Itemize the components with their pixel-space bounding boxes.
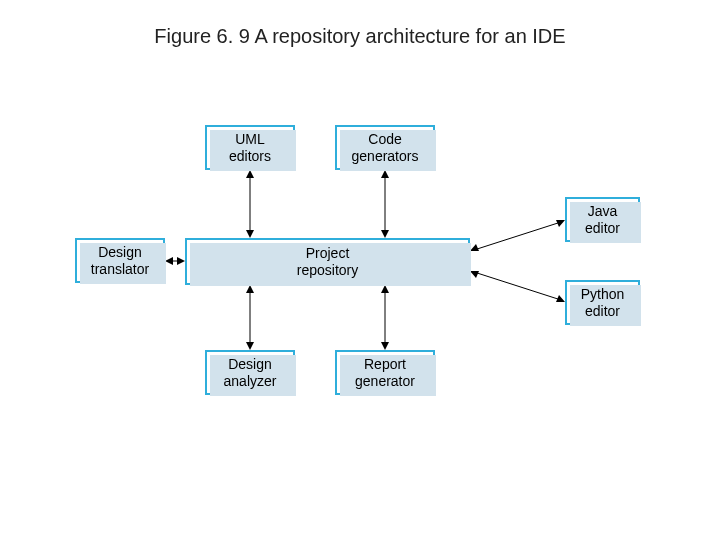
diagram-container: UMLeditors Codegenerators Javaeditor Des… — [75, 125, 665, 405]
box-uml-editors: UMLeditors — [205, 125, 295, 170]
box-design-analyzer: Designanalyzer — [205, 350, 295, 395]
box-java-editor: Javaeditor — [565, 197, 640, 242]
svg-marker-1 — [246, 170, 254, 178]
box-report-generator: Reportgenerator — [335, 350, 435, 395]
svg-line-9 — [474, 222, 561, 250]
box-project-repository: Projectrepository — [185, 238, 470, 285]
svg-marker-20 — [381, 285, 389, 293]
svg-marker-4 — [381, 170, 389, 178]
box-code-generators: Codegenerators — [335, 125, 435, 170]
svg-marker-16 — [246, 342, 254, 350]
svg-marker-5 — [381, 230, 389, 238]
svg-marker-10 — [470, 244, 479, 251]
box-design-translator: Designtranslator — [75, 238, 165, 283]
svg-marker-17 — [246, 285, 254, 293]
svg-marker-7 — [165, 257, 173, 265]
svg-line-12 — [474, 272, 561, 300]
svg-marker-19 — [381, 342, 389, 350]
figure-caption: Figure 6. 9 A repository architecture fo… — [0, 25, 720, 48]
svg-marker-8 — [177, 257, 185, 265]
svg-marker-2 — [246, 230, 254, 238]
box-python-editor: Pythoneditor — [565, 280, 640, 325]
svg-marker-13 — [470, 271, 479, 278]
